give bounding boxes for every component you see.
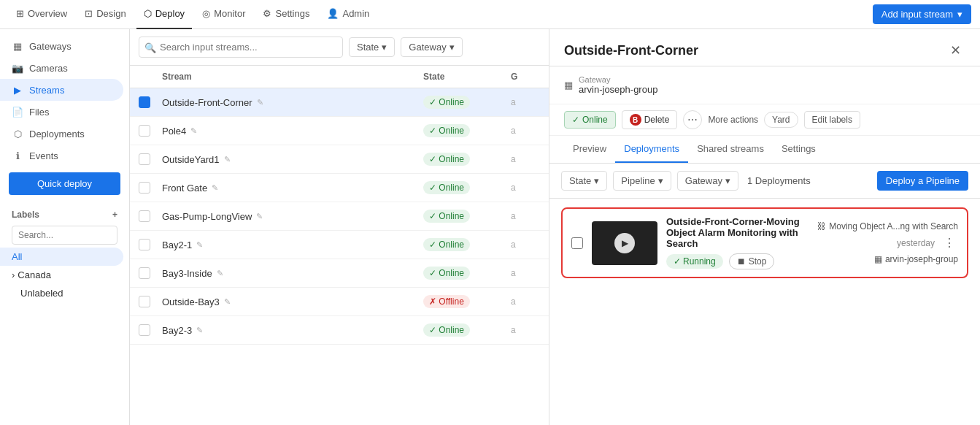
quick-deploy-button[interactable]: Quick deploy (9, 172, 120, 195)
deployment-name: Outside-Front-Corner-Moving Object Alarm… (666, 216, 809, 249)
label-canada[interactable]: › Canada (0, 266, 129, 284)
sidebar-item-cameras[interactable]: 📷 Cameras (0, 57, 129, 79)
sidebar-item-deployments[interactable]: ⬡ Deployments (0, 123, 129, 145)
header-gateway-short: G (511, 72, 540, 82)
add-label-icon[interactable]: + (112, 210, 117, 220)
deploy-pipeline-label: Deploy a Pipeline (886, 175, 960, 186)
nav-overview[interactable]: ⊞ Overview (9, 0, 74, 29)
delete-button[interactable]: B Delete (622, 110, 678, 129)
deployment-checkbox[interactable] (571, 237, 583, 249)
pipeline-name: Moving Object A...ng with Search (829, 221, 958, 231)
state-filter-label: State (357, 42, 379, 53)
gateway-short: a (511, 240, 540, 250)
search-input[interactable] (139, 37, 343, 58)
detail-actions: ✓ Online B Delete ⋯ More actions Yard Ed… (549, 104, 980, 136)
online-label: Online (582, 115, 608, 125)
status-badge: ✓ Online (423, 181, 470, 194)
row-checkbox[interactable] (139, 296, 150, 307)
add-input-stream-button[interactable]: Add input stream ▾ (873, 4, 971, 24)
labels-search (12, 226, 117, 245)
table-row[interactable]: Bay2-3 ✎ ✓ Online a (130, 316, 549, 345)
detail-close-button[interactable]: ✕ (946, 41, 965, 60)
deployment-gateway: ▦ arvin-joseph-group (874, 254, 958, 264)
status-badge: ✓ Online (423, 124, 470, 137)
tab-shared-streams[interactable]: Shared streams (688, 136, 773, 163)
gateway-filter-button[interactable]: Gateway ▾ (401, 37, 462, 57)
deployments-icon: ⬡ (12, 128, 23, 139)
table-row[interactable]: Outside-Front-Corner ✎ ✓ Online a (130, 88, 549, 117)
table-row[interactable]: Outside-Bay3 ✎ ✗ Offline a (130, 288, 549, 316)
row-checkbox[interactable] (139, 153, 150, 165)
depl-state-label: State (569, 175, 591, 186)
depl-pipeline-label: Pipeline (621, 175, 655, 186)
depl-gateway-label: Gateway (685, 175, 722, 186)
status-badge: ✓ Online (423, 238, 470, 251)
header-stream: Stream (162, 72, 423, 82)
tab-settings[interactable]: Settings (773, 136, 825, 163)
yard-tag[interactable]: Yard (764, 112, 798, 128)
online-status-button[interactable]: ✓ Online (564, 111, 616, 129)
settings-icon: ⚙ (263, 8, 271, 19)
table-row[interactable]: Front Gate ✎ ✓ Online a (130, 174, 549, 202)
depl-gateway-filter[interactable]: Gateway ▾ (677, 171, 738, 191)
nav-design[interactable]: ⊡ Design (77, 0, 133, 29)
deployment-time: yesterday (897, 238, 935, 248)
sidebar-item-gateways[interactable]: ▦ Gateways (0, 35, 129, 57)
table-row[interactable]: Bay2-1 ✎ ✓ Online a (130, 231, 549, 259)
edit-icon: ✎ (196, 240, 203, 250)
labels-header: Labels + (12, 210, 117, 220)
table-row[interactable]: Pole4 ✎ ✓ Online a (130, 117, 549, 145)
edit-labels-button[interactable]: Edit labels (804, 111, 860, 129)
table-row[interactable]: Bay3-Inside ✎ ✓ Online a (130, 259, 549, 288)
depl-pipeline-filter[interactable]: Pipeline ▾ (613, 171, 671, 191)
detail-tabs: Preview Deployments Shared streams Setti… (549, 136, 980, 164)
row-checkbox[interactable] (139, 125, 150, 137)
tab-preview[interactable]: Preview (564, 136, 615, 163)
stream-name: Gas-Pump-LongView ✎ (162, 211, 423, 222)
gateway-short: a (511, 154, 540, 164)
row-checkbox[interactable] (139, 324, 150, 336)
depl-state-filter[interactable]: State ▾ (561, 171, 607, 191)
gateway-filter-label: Gateway (409, 42, 446, 53)
sidebar-item-streams[interactable]: ▶ Streams (0, 79, 123, 101)
gateway-label: Gateway (579, 75, 657, 84)
deployment-more-button[interactable]: ⋮ (941, 234, 958, 251)
nav-admin[interactable]: 👤 Admin (320, 0, 377, 29)
top-nav: ⊞ Overview ⊡ Design ⬡ Deploy ◎ Monitor ⚙… (0, 0, 980, 29)
design-icon: ⊡ (85, 8, 93, 19)
edit-icon: ✎ (257, 98, 263, 107)
row-checkbox[interactable] (139, 210, 150, 222)
play-button[interactable]: ▶ (614, 233, 635, 253)
table-row[interactable]: Gas-Pump-LongView ✎ ✓ Online a (130, 202, 549, 231)
row-checkbox[interactable] (139, 96, 150, 108)
more-actions-button[interactable]: ⋯ (683, 110, 702, 129)
table-row[interactable]: OutsideYard1 ✎ ✓ Online a (130, 145, 549, 174)
sidebar-item-files[interactable]: 📄 Files (0, 101, 129, 123)
row-checkbox[interactable] (139, 267, 150, 279)
tab-deployments[interactable]: Deployments (615, 136, 688, 163)
labels-search-input[interactable] (12, 226, 117, 245)
stop-button[interactable]: ⏹ Stop (729, 253, 775, 269)
label-unlabeled[interactable]: Unlabeled (0, 284, 129, 302)
deployment-gateway-name: arvin-joseph-group (885, 254, 958, 264)
row-checkbox[interactable] (139, 239, 150, 250)
depl-state-chevron: ▾ (594, 175, 599, 186)
events-icon: ℹ (12, 150, 23, 161)
search-icon: 🔍 (144, 42, 156, 53)
state-filter-button[interactable]: State ▾ (349, 37, 395, 57)
sidebar-item-events[interactable]: ℹ Events (0, 145, 129, 166)
row-checkbox[interactable] (139, 182, 150, 194)
content-area: 🔍 State ▾ Gateway ▾ Stream State G (130, 29, 980, 425)
deployment-thumbnail[interactable]: ▶ (592, 221, 657, 265)
stream-name: Pole4 ✎ (162, 126, 423, 137)
nav-monitor[interactable]: ◎ Monitor (195, 0, 252, 29)
label-all[interactable]: All (0, 248, 123, 266)
stream-name: Bay3-Inside ✎ (162, 268, 423, 279)
nav-settings[interactable]: ⚙ Settings (255, 0, 317, 29)
deploy-pipeline-button[interactable]: Deploy a Pipeline (877, 171, 968, 191)
nav-deploy-label: Deploy (155, 8, 185, 19)
gateway-meta-icon: ▦ (564, 80, 573, 91)
nav-deploy[interactable]: ⬡ Deploy (136, 0, 192, 29)
gateway-name: arvin-joseph-group (579, 84, 657, 95)
sidebar-streams-label: Streams (29, 85, 64, 96)
